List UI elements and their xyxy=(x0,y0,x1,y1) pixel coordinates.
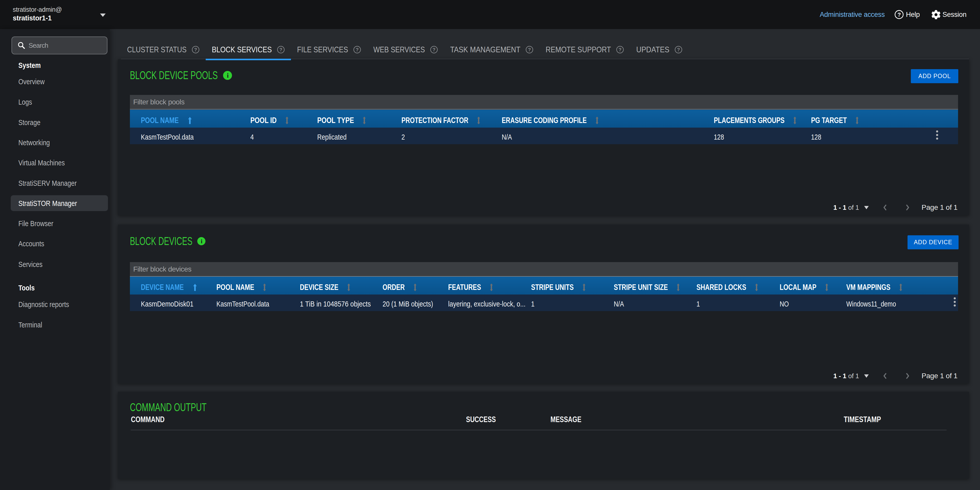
svg-text:?: ? xyxy=(528,47,531,52)
svg-text:?: ? xyxy=(897,11,900,18)
svg-text:?: ? xyxy=(280,47,282,52)
svg-text:?: ? xyxy=(194,47,197,52)
svg-text:?: ? xyxy=(356,47,359,52)
svg-text:?: ? xyxy=(677,47,680,52)
svg-text:?: ? xyxy=(619,47,621,52)
svg-text:?: ? xyxy=(433,47,435,52)
